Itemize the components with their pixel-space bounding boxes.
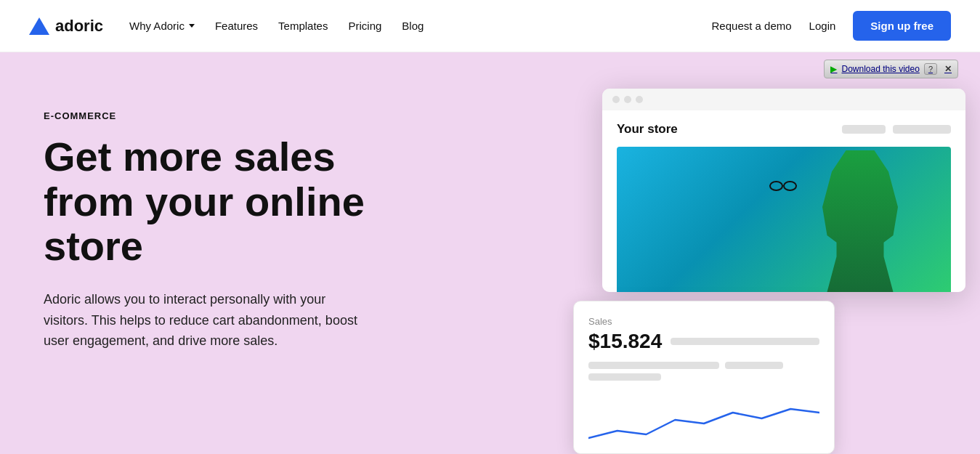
login-button[interactable]: Login — [809, 20, 836, 32]
sales-chart-placeholder — [671, 338, 819, 345]
store-header: Your store — [617, 122, 951, 137]
hero-content: E-COMMERCE Get more sales from your onli… — [44, 96, 421, 352]
chart-area — [588, 391, 819, 442]
signup-button[interactable]: Sign up free — [853, 11, 951, 41]
logo[interactable]: adoric — [29, 17, 103, 36]
close-icon[interactable]: ✕ — [944, 64, 952, 74]
sales-chart — [588, 398, 819, 442]
navbar-left: adoric Why Adoric Features Templates Pri… — [29, 17, 424, 36]
request-demo-button[interactable]: Request a demo — [712, 20, 792, 32]
logo-triangle-icon — [29, 17, 49, 35]
nav-item-why-adoric[interactable]: Why Adoric — [129, 20, 195, 32]
store-title: Your store — [617, 122, 678, 137]
nav-item-templates[interactable]: Templates — [278, 20, 328, 32]
navbar: adoric Why Adoric Features Templates Pri… — [0, 0, 980, 52]
browser-dot-3 — [636, 96, 643, 103]
fashion-glasses — [769, 181, 797, 188]
placeholder-bar-1 — [842, 125, 886, 134]
hero-title: Get more sales from your online store — [44, 134, 421, 269]
sales-amount: $15.824 — [588, 330, 819, 353]
mini-bar-3 — [588, 373, 661, 381]
mini-bar-2 — [725, 362, 783, 369]
sales-card: Sales $15.824 — [573, 301, 835, 454]
nav-item-features[interactable]: Features — [215, 20, 258, 32]
nav-links: Why Adoric Features Templates Pricing Bl… — [129, 20, 424, 32]
nav-item-pricing[interactable]: Pricing — [348, 20, 381, 32]
placeholder-bar-2 — [893, 125, 951, 134]
download-bar[interactable]: ▶ Download this video ? ✕ — [824, 60, 958, 78]
hero-tag: E-COMMERCE — [44, 110, 421, 121]
sales-label: Sales — [588, 316, 819, 327]
mini-bar-1 — [588, 362, 719, 369]
nav-item-blog[interactable]: Blog — [402, 20, 424, 32]
hero-description: Adoric allows you to interact personally… — [44, 289, 370, 352]
browser-bar — [602, 89, 965, 110]
play-icon: ▶ — [830, 64, 837, 74]
browser-dot-2 — [624, 96, 631, 103]
browser-dot-1 — [612, 96, 620, 103]
chevron-down-icon — [189, 24, 195, 28]
sales-bar-row-2 — [588, 373, 819, 381]
sales-bars — [588, 362, 819, 381]
hero-section: E-COMMERCE Get more sales from your onli… — [0, 52, 980, 454]
store-image — [617, 147, 951, 292]
help-button[interactable]: ? — [924, 63, 937, 75]
logo-text: adoric — [55, 17, 103, 36]
sales-bar-row-1 — [588, 362, 819, 369]
browser-content: Your store — [602, 110, 965, 292]
download-bar-text: Download this video — [841, 64, 919, 74]
store-placeholders — [842, 125, 951, 134]
browser-window: Your store — [602, 89, 965, 292]
hero-visual: ▶ Download this video ? ✕ Your store — [559, 52, 980, 454]
fashion-figure — [813, 150, 907, 292]
navbar-right: Request a demo Login Sign up free — [712, 11, 951, 41]
